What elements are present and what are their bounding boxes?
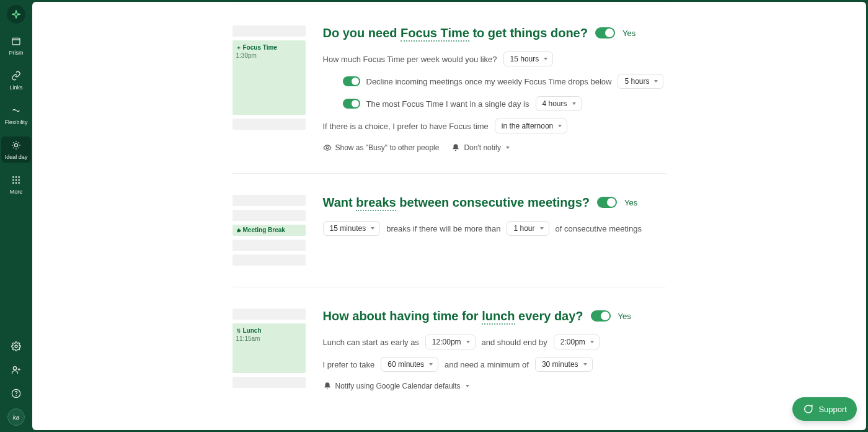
lunch-end-select[interactable]: 2:00pm <box>554 335 600 349</box>
focus-event-time: 1:30pm <box>236 52 302 59</box>
focus-pref-select[interactable]: in the afternoon <box>495 119 567 133</box>
lunch-start-label: Lunch can start as early as <box>323 338 419 347</box>
sidebar-item-prism[interactable]: Prism <box>1 32 31 58</box>
breaks-mid1: breaks if there will be more than <box>386 224 500 233</box>
placeholder-block <box>232 119 306 130</box>
support-button[interactable]: Support <box>792 397 857 421</box>
chat-icon <box>802 403 813 415</box>
breaks-config-row: 15 minutes breaks if there will be more … <box>323 221 666 236</box>
lunch-event-title: Lunch <box>243 327 262 334</box>
bell-icon <box>323 382 332 390</box>
lunch-min-select[interactable]: 30 minutes <box>535 357 593 372</box>
lunch-take-select[interactable]: 60 minutes <box>381 357 438 372</box>
breaks-preview: Meeting Break <box>232 195 306 266</box>
break-event-block: Meeting Break <box>232 225 306 236</box>
placeholder-block <box>232 195 306 206</box>
focus-daily-select[interactable]: 4 hours <box>536 96 582 111</box>
sidebar-item-label: Prism <box>9 50 24 56</box>
sidebar-item-label: Ideal day <box>5 154 28 160</box>
section-breaks: Meeting Break Want breaks between consec… <box>232 174 666 287</box>
focus-decline-row: Decline incoming meetings once my weekly… <box>323 74 666 89</box>
svg-point-7 <box>18 179 20 181</box>
lunch-min-label: and need a minimum of <box>445 360 529 369</box>
section-focus-time: Focus Time 1:30pm Do you need Focus Time… <box>232 4 666 174</box>
lunch-toggle-label: Yes <box>618 312 631 321</box>
help-icon <box>11 389 21 398</box>
svg-point-5 <box>12 179 14 181</box>
flex-icon <box>10 104 22 117</box>
sidebar: Prism Links Flexibility Ideal day More <box>0 0 32 432</box>
svg-point-12 <box>13 367 16 370</box>
sidebar-item-label: Flexibility <box>4 119 27 125</box>
svg-point-4 <box>18 176 20 178</box>
help-button[interactable] <box>7 385 25 402</box>
focus-decline-toggle[interactable] <box>343 76 360 86</box>
focus-pref-label: If there is a choice, I prefer to have F… <box>323 122 489 131</box>
placeholder-block <box>232 240 306 251</box>
show-as-busy-button[interactable]: Show as "Busy" to other people <box>323 143 440 152</box>
focus-notify-select[interactable]: Don't notify <box>451 143 510 152</box>
focus-event-title: Focus Time <box>243 44 277 51</box>
leaf-icon <box>236 228 241 233</box>
focus-daily-toggle[interactable] <box>343 99 360 109</box>
gear-icon <box>11 341 21 351</box>
placeholder-block <box>232 210 306 221</box>
avatar-initials: ka <box>13 414 20 421</box>
lunch-preview: Lunch 11:15am <box>232 308 306 390</box>
lunch-settings: How about having time for lunch every da… <box>323 308 666 390</box>
sparkle-icon <box>11 9 21 19</box>
placeholder-block <box>232 254 306 266</box>
svg-point-8 <box>12 182 14 184</box>
focus-meta: Show as "Busy" to other people Don't not… <box>323 143 666 152</box>
lunch-toggle[interactable] <box>591 310 611 322</box>
breaks-toggle-label: Yes <box>624 198 637 207</box>
breaks-settings: Want breaks between consecutive meetings… <box>323 195 666 266</box>
sidebar-item-ideal-day[interactable]: Ideal day <box>1 137 31 163</box>
invite-button[interactable] <box>7 361 25 379</box>
bell-icon <box>451 143 460 152</box>
svg-point-15 <box>326 146 329 149</box>
break-duration-select[interactable]: 15 minutes <box>323 221 381 236</box>
lunch-notify-label: Notify using Google Calendar defaults <box>335 382 461 390</box>
focus-notify-label: Don't notify <box>464 143 501 152</box>
sidebar-item-flexibility[interactable]: Flexibility <box>1 102 31 128</box>
avatar[interactable]: ka <box>7 408 25 426</box>
lunch-notify-select[interactable]: Notify using Google Calendar defaults <box>323 382 469 390</box>
lunch-title: How about having time for lunch every da… <box>323 308 583 323</box>
lunch-time-row: Lunch can start as early as 12:00pm and … <box>323 335 666 349</box>
focus-per-week-label: How much Focus Time per week would you l… <box>323 55 497 64</box>
sidebar-item-label: More <box>10 189 23 195</box>
focus-daily-label: The most Focus Time I want in a single d… <box>366 99 529 109</box>
user-plus-icon <box>11 365 21 375</box>
focus-decline-label: Decline incoming meetings once my weekly… <box>366 77 612 86</box>
main-panel: Focus Time 1:30pm Do you need Focus Time… <box>32 2 866 430</box>
svg-point-1 <box>14 143 17 146</box>
svg-point-2 <box>12 176 14 178</box>
svg-point-6 <box>16 179 17 181</box>
focus-per-week-select[interactable]: 15 hours <box>503 52 554 66</box>
settings-button[interactable] <box>7 338 25 355</box>
lunch-take-label: I prefer to take <box>323 360 375 369</box>
focus-title: Do you need Focus Time to get things don… <box>323 25 588 40</box>
grid-icon <box>10 174 22 186</box>
eye-icon <box>323 143 332 152</box>
break-threshold-select[interactable]: 1 hour <box>507 221 549 236</box>
sidebar-item-links[interactable]: Links <box>1 67 31 93</box>
focus-event-block: Focus Time 1:30pm <box>232 40 306 115</box>
svg-rect-0 <box>12 38 20 45</box>
break-event-title: Meeting Break <box>243 227 285 233</box>
link-icon <box>10 70 22 82</box>
breaks-title: Want breaks between consecutive meetings… <box>323 195 590 210</box>
placeholder-block <box>232 377 306 388</box>
svg-point-10 <box>18 182 20 184</box>
app-logo[interactable] <box>7 5 25 24</box>
focus-settings: Do you need Focus Time to get things don… <box>323 25 666 152</box>
focus-toggle[interactable] <box>595 27 615 38</box>
fork-knife-icon <box>236 328 241 333</box>
lunch-start-select[interactable]: 12:00pm <box>425 335 476 349</box>
focus-decline-select[interactable]: 5 hours <box>618 74 663 89</box>
svg-point-9 <box>16 182 17 184</box>
sidebar-item-more[interactable]: More <box>1 171 31 197</box>
breaks-toggle[interactable] <box>597 197 617 208</box>
lunch-event-block: Lunch 11:15am <box>232 323 306 373</box>
